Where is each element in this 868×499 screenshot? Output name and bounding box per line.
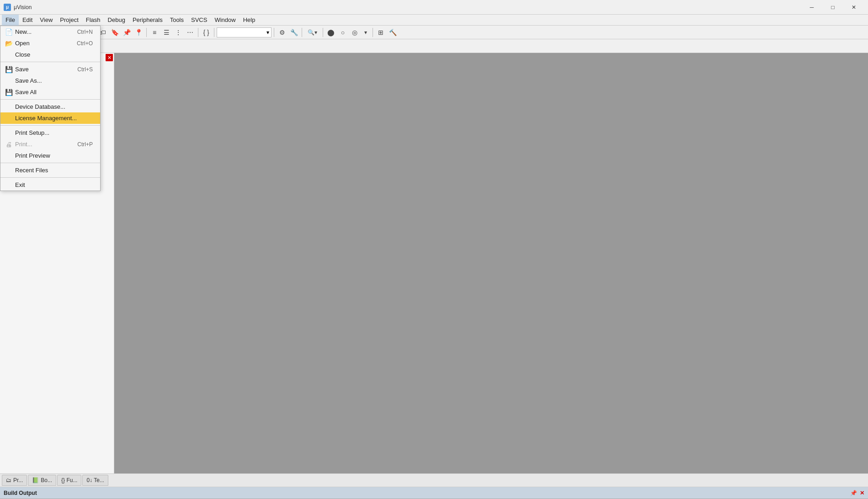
bookmark2-button[interactable]: 🔖 (109, 27, 120, 38)
toolbar-separator-10 (373, 28, 373, 37)
menu-print[interactable]: 🖨 Print... Ctrl+P (0, 138, 100, 150)
list3-button[interactable]: ⋮ (173, 27, 184, 38)
bottom-tabs: 🗂 Pr... 📗 Bo... {} Fu... 0↓ Te... (0, 473, 868, 487)
print-shortcut: Ctrl+P (77, 141, 93, 148)
menu-license-management[interactable]: License Management... (0, 112, 100, 124)
close-button[interactable]: ✕ (843, 0, 864, 15)
toolbar-separator-9 (323, 28, 323, 37)
grid-view-button[interactable]: ⊞ (375, 27, 386, 38)
circle1-button[interactable]: ⬤ (325, 27, 336, 38)
menu-save-as[interactable]: Save As... (0, 75, 100, 86)
minimize-button[interactable]: ─ (801, 0, 822, 15)
save-icon: 💾 (4, 65, 13, 74)
menu-close[interactable]: Close (0, 49, 100, 60)
toolbar-separator-4 (146, 28, 147, 37)
toolbar-separator-8 (302, 28, 302, 37)
settings2-button[interactable]: 🔨 (387, 27, 398, 38)
menu-exit[interactable]: Exit (0, 179, 100, 191)
new-shortcut: Ctrl+N (77, 29, 93, 35)
print-menu-icon: 🖨 (4, 140, 13, 149)
menu-recent-files[interactable]: Recent Files (0, 165, 100, 176)
build-output-title: Build Output (4, 490, 37, 496)
dropdown-arrow-icon: ▾ (266, 29, 269, 36)
menu-item-debug[interactable]: Debug (104, 15, 129, 26)
menu-bar: File Edit View Project Flash Debug Perip… (0, 15, 868, 26)
menu-save[interactable]: 💾 Save Ctrl+S (0, 64, 100, 75)
menu-print-setup[interactable]: Print Setup... (0, 127, 100, 138)
config1-button[interactable]: ⚙ (277, 27, 288, 38)
maximize-button[interactable]: □ (822, 0, 843, 15)
menu-print-preview[interactable]: Print Preview (0, 150, 100, 161)
menu-item-window[interactable]: Window (211, 15, 239, 26)
menu-open[interactable]: 📂 Open Ctrl+O (0, 37, 100, 49)
save-shortcut: Ctrl+S (77, 66, 93, 73)
panel-close-button[interactable]: ✕ (106, 54, 113, 61)
pin-icon[interactable]: 📌 (850, 490, 857, 496)
menu-item-flash[interactable]: Flash (82, 15, 104, 26)
books-tab-label: Bo... (41, 477, 52, 483)
separator-1 (0, 62, 100, 62)
menu-item-peripherals[interactable]: Peripherals (129, 15, 166, 26)
save-all-icon: 💾 (4, 88, 13, 97)
project-tab-label: Pr... (13, 477, 23, 483)
separator-5 (0, 177, 100, 178)
file-dropdown-menu: 📄 New... Ctrl+N 📂 Open Ctrl+O Close 💾 Sa… (0, 26, 101, 191)
tab-functions[interactable]: {} Fu... (57, 475, 81, 486)
new-icon: 📄 (4, 27, 13, 37)
window-controls: ─ □ ✕ (801, 0, 864, 15)
list4-button[interactable]: ⋯ (185, 27, 196, 38)
open-shortcut: Ctrl+O (77, 40, 93, 47)
tab-templates[interactable]: 0↓ Te... (82, 475, 108, 486)
build-output-controls: 📌 ✕ (850, 490, 864, 496)
open-icon: 📂 (4, 39, 13, 48)
menu-item-help[interactable]: Help (240, 15, 259, 26)
separator-4 (0, 163, 100, 163)
list2-button[interactable]: ☰ (161, 27, 172, 38)
menu-item-tools[interactable]: Tools (166, 15, 187, 26)
menu-item-file[interactable]: File (2, 15, 19, 26)
toolbar1: 📄 📂 💾 ↩ ↪ ◀ ▶ 🏷 🔖 📌 📍 ≡ ☰ ⋮ ⋯ { } ▾ ⚙ 🔧 … (0, 26, 868, 39)
templates-tab-label: 0↓ Te... (86, 477, 104, 483)
list1-button[interactable]: ≡ (149, 27, 160, 38)
build-output-header: Build Output 📌 ✕ (0, 487, 868, 499)
content-area (114, 53, 868, 473)
menu-item-project[interactable]: Project (56, 15, 82, 26)
build-output: Build Output 📌 ✕ ◀ ▶ (0, 487, 868, 499)
menu-item-view[interactable]: View (36, 15, 56, 26)
menu-device-database[interactable]: Device Database... (0, 101, 100, 112)
title-bar: μ μVision ─ □ ✕ (0, 0, 868, 15)
project-tab-icon: 🗂 (6, 477, 11, 483)
window-title: μVision (14, 4, 801, 11)
code-button[interactable]: { } (201, 27, 212, 38)
separator-2 (0, 99, 100, 100)
target-dropdown[interactable]: ▾ (217, 27, 272, 37)
menu-save-all[interactable]: 💾 Save All (0, 86, 100, 98)
tab-project[interactable]: 🗂 Pr... (2, 475, 27, 486)
more-button[interactable]: ▾ (361, 27, 370, 38)
toolbar-separator-5 (198, 28, 198, 37)
bookmark4-button[interactable]: 📍 (133, 27, 144, 38)
zoom-button[interactable]: 🔍▾ (304, 27, 320, 38)
separator-3 (0, 125, 100, 126)
config2-button[interactable]: 🔧 (288, 27, 299, 38)
tab-books[interactable]: 📗 Bo... (28, 475, 56, 486)
menu-new[interactable]: 📄 New... Ctrl+N (0, 26, 100, 37)
functions-tab-label: {} Fu... (61, 477, 77, 483)
bookmark3-button[interactable]: 📌 (121, 27, 132, 38)
main-area: ✕ (0, 53, 868, 473)
close-build-output-button[interactable]: ✕ (860, 490, 864, 496)
circle2-button[interactable]: ○ (337, 27, 348, 38)
menu-item-svcs[interactable]: SVCS (187, 15, 211, 26)
app-icon: μ (4, 4, 11, 11)
circle3-button[interactable]: ◎ (349, 27, 360, 38)
menu-item-edit[interactable]: Edit (19, 15, 36, 26)
toolbar-separator-7 (274, 28, 274, 37)
toolbar2: ▾ ↗ 🖨 🖨 ◇ ➜ 🏠 (0, 39, 868, 53)
toolbar-separator-6 (214, 28, 214, 37)
books-tab-icon: 📗 (32, 477, 39, 483)
